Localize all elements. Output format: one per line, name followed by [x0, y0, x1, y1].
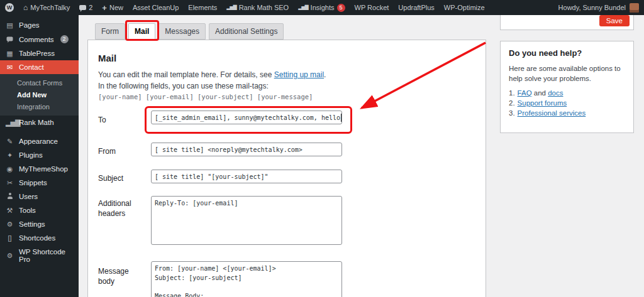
menu-label: Asset CleanUp	[133, 4, 179, 11]
admin-bar-updraftplus[interactable]: UpdraftPlus	[398, 4, 434, 11]
menu-label: Insights	[311, 4, 335, 11]
subject-field-label: Subject	[98, 173, 147, 183]
admin-bar-wp-optimize[interactable]: WP-Optimize	[444, 4, 485, 11]
wordpress-logo-button[interactable]: W	[5, 3, 14, 12]
submenu-item-add-new[interactable]: Add New	[0, 89, 79, 100]
theme-icon: ◉	[6, 166, 14, 173]
tab-mail[interactable]: Mail	[128, 23, 155, 40]
list-number: 1.	[509, 89, 515, 97]
from-field-label: From	[98, 146, 147, 156]
table-icon: ▦	[6, 50, 14, 57]
mail-tags-list: [your-name] [your-email] [your-subject] …	[98, 93, 313, 100]
wordpress-logo-icon: W	[5, 3, 14, 12]
tab-additional-settings[interactable]: Additional Settings	[209, 23, 284, 40]
message-body-textarea[interactable]: From: [your-name] <[your-email]> Subject…	[151, 261, 342, 297]
tab-form[interactable]: Form	[95, 23, 125, 40]
admin-bar-rank-math-seo[interactable]: ▂▅▇ Rank Math SEO	[226, 4, 289, 11]
gear-icon: ⚙	[6, 252, 14, 259]
additional-headers-textarea[interactable]: Reply-To: [your-email]	[151, 196, 342, 245]
setting-up-mail-link[interactable]: Setting up mail	[274, 70, 324, 79]
sidebar-item-contact[interactable]: ✉ Contact	[0, 60, 79, 74]
sidebar-item-label: Comments	[19, 36, 54, 43]
sidebar-item-label: Users	[19, 193, 38, 200]
plus-icon: +	[102, 4, 107, 12]
panel-title: Mail	[98, 53, 116, 63]
list-number: 3.	[509, 109, 515, 117]
admin-bar-comments[interactable]: 2	[79, 4, 92, 11]
sidebar-item-label: WP Shortcode Pro	[19, 248, 73, 263]
envelope-icon: ✉	[6, 64, 14, 71]
sidebar-item-pages[interactable]: ▤ Pages	[0, 18, 79, 32]
sidebar-item-label: TablePress	[19, 50, 55, 57]
intro-period: .	[324, 70, 326, 79]
sidebar-item-snippets[interactable]: ✂ Snippets	[0, 176, 79, 190]
sidebar-item-appearance[interactable]: ✎ Appearance	[0, 134, 79, 148]
chart-bars-icon: ▂▅▇	[298, 5, 308, 10]
help-title: Do you need help?	[509, 48, 625, 58]
submenu-item-contact-forms[interactable]: Contact Forms	[0, 77, 79, 89]
sidebar-item-label: Rank Math	[19, 119, 54, 126]
professional-services-link[interactable]: Professional services	[518, 109, 586, 117]
submenu-item-integration[interactable]: Integration	[0, 100, 79, 112]
docs-link[interactable]: docs	[548, 89, 563, 97]
howdy-account-menu[interactable]: Howdy, Sunny Bundel	[558, 4, 626, 11]
sidebar-item-shortcodes[interactable]: [] Shortcodes	[0, 231, 79, 245]
admin-bar-new[interactable]: + New	[102, 4, 123, 12]
sidebar-item-wp-shortcode-pro[interactable]: ⚙ WP Shortcode Pro	[0, 245, 79, 266]
menu-label: Rank Math SEO	[239, 4, 289, 11]
site-name-menu[interactable]: ⌂ MyTechTalky	[23, 4, 70, 11]
menu-label: WP Rocket	[355, 4, 389, 11]
intro-line-1: You can edit the mail template here. For…	[98, 70, 326, 79]
admin-bar-insights[interactable]: ▂▅▇ Insights 5	[298, 4, 345, 12]
chart-bars-icon: ▂▅▇	[226, 5, 236, 10]
help-item-faq-docs: 1.FAQ and docs	[509, 89, 625, 97]
scissors-icon: ✂	[6, 180, 14, 186]
text-cursor	[341, 114, 341, 122]
mail-subject-input[interactable]	[151, 170, 342, 183]
admin-bar-asset-cleanup[interactable]: Asset CleanUp	[133, 4, 179, 11]
contact-submenu: Contact Forms Add New Integration	[0, 74, 79, 116]
user-icon	[6, 193, 14, 200]
sidebar-item-tablepress[interactable]: ▦ TablePress	[0, 46, 79, 60]
sidebar-item-label: Plugins	[19, 151, 43, 159]
sidebar-item-mythemeshop[interactable]: ◉ MyThemeShop	[0, 162, 79, 176]
message-body-label: Message body	[98, 266, 147, 286]
intro-text: You can edit the mail template here. For…	[98, 70, 274, 79]
sidebar-item-label: Appearance	[19, 138, 58, 145]
mail-to-input[interactable]: [_site_admin_email], sunny@mytechtalky.c…	[151, 111, 342, 124]
sidebar-item-label: Snippets	[19, 179, 47, 186]
brackets-icon: []	[6, 235, 14, 242]
status-save-box: Save	[500, 15, 634, 30]
sidebar-item-label: Tools	[19, 207, 36, 214]
gear-icon: ⚙	[6, 221, 14, 228]
menu-label: Elements	[188, 4, 217, 11]
admin-bar-elements[interactable]: Elements	[188, 4, 217, 11]
admin-bar-wp-rocket[interactable]: WP Rocket	[355, 4, 389, 11]
sidebar-item-label: MyThemeShop	[19, 165, 68, 173]
user-avatar[interactable]	[630, 3, 639, 13]
save-button[interactable]: Save	[599, 15, 630, 26]
sidebar-item-tools[interactable]: ⚒ Tools	[0, 203, 79, 217]
sidebar-item-label: Shortcodes	[19, 234, 55, 242]
sidebar-item-plugins[interactable]: ✦ Plugins	[0, 148, 79, 162]
tab-messages[interactable]: Messages	[158, 23, 206, 40]
sidebar-item-rank-math[interactable]: ▂▅▇ Rank Math	[0, 116, 79, 129]
sidebar-item-settings[interactable]: ⚙ Settings	[0, 217, 79, 231]
main-content: Form Mail Messages Additional Settings M…	[79, 15, 644, 297]
mail-to-value: [_site_admin_email], sunny@mytechtalky.c…	[155, 114, 340, 121]
sidebar-item-comments[interactable]: Comments 2	[0, 32, 79, 46]
additional-headers-label: Additional headers	[98, 198, 147, 219]
sidebar-item-label: Settings	[19, 220, 45, 228]
new-label: New	[109, 4, 123, 11]
faq-link[interactable]: FAQ	[518, 89, 532, 97]
menu-label: UpdraftPlus	[398, 4, 434, 11]
mail-from-input[interactable]	[151, 143, 342, 156]
intro-line-2: In the following fields, you can use the…	[98, 82, 269, 90]
comments-badge: 2	[60, 35, 69, 43]
comments-count: 2	[89, 4, 92, 11]
help-item-professional-services: 3.Professional services	[509, 109, 625, 117]
support-forums-link[interactable]: Support forums	[518, 99, 567, 107]
pages-icon: ▤	[6, 22, 14, 29]
sidebar-item-users[interactable]: Users	[0, 190, 79, 203]
admin-bar-left: W ⌂ MyTechTalky 2 + New Asset CleanUp El…	[0, 3, 485, 12]
